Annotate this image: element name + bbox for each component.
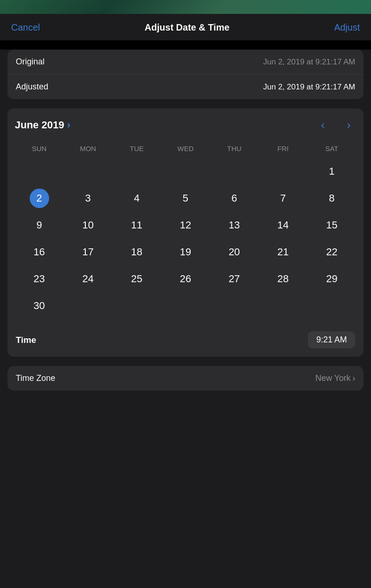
calendar-month-chevron-icon[interactable]: › [67, 119, 70, 131]
calendar-next-button[interactable]: › [341, 118, 356, 133]
cancel-button[interactable]: Cancel [11, 22, 40, 33]
calendar-day[interactable]: 29 [307, 266, 356, 292]
calendar-day [15, 158, 64, 185]
calendar-day[interactable]: 27 [210, 266, 259, 292]
adjust-button[interactable]: Adjust [334, 22, 360, 33]
calendar-day[interactable]: 23 [15, 266, 64, 292]
time-label: Time [16, 335, 36, 345]
time-value[interactable]: 9:21 AM [308, 331, 355, 348]
timezone-card: Time Zone New York › [7, 366, 364, 391]
calendar-day[interactable]: 12 [161, 212, 210, 239]
calendar-day [112, 292, 161, 319]
calendar-day [161, 292, 210, 319]
adjusted-value: Jun 2, 2019 at 9:21:17 AM [263, 82, 355, 92]
timezone-label: Time Zone [16, 373, 55, 383]
calendar-day [259, 158, 307, 185]
adjusted-date-row: Adjusted Jun 2, 2019 at 9:21:17 AM [7, 75, 364, 99]
calendar-nav: ‹ › [315, 118, 356, 133]
calendar-day[interactable]: 10 [64, 212, 112, 239]
calendar-day[interactable]: 11 [112, 212, 161, 239]
calendar-day [64, 292, 112, 319]
calendar-week-row: 16171819202122 [15, 239, 356, 266]
main-content: Original Jun 2, 2019 at 9:21:17 AM Adjus… [0, 50, 371, 588]
header: Cancel Adjust Date & Time Adjust [0, 14, 371, 40]
calendar-day[interactable]: 3 [64, 185, 112, 212]
calendar-weekdays-row: SUN MON TUE WED THU FRI SAT [15, 142, 356, 158]
calendar-week-row: 2345678 [15, 185, 356, 212]
adjusted-label: Adjusted [16, 82, 48, 92]
calendar-day [64, 158, 112, 185]
original-label: Original [16, 57, 45, 67]
calendar-day[interactable]: 19 [161, 239, 210, 266]
top-image-bar [0, 0, 371, 14]
calendar-week-row: 23242526272829 [15, 266, 356, 292]
calendar-day[interactable]: 5 [161, 185, 210, 212]
calendar-day[interactable]: 21 [259, 239, 307, 266]
timezone-value[interactable]: New York › [315, 373, 355, 383]
calendar-day [112, 158, 161, 185]
calendar-day[interactable]: 20 [210, 239, 259, 266]
calendar-day[interactable]: 24 [64, 266, 112, 292]
calendar-day[interactable]: 22 [307, 239, 356, 266]
calendar-day[interactable]: 1 [307, 158, 356, 185]
calendar-day [307, 292, 356, 319]
calendar-month-label: June 2019 [15, 119, 64, 131]
calendar-day[interactable]: 25 [112, 266, 161, 292]
time-row: Time 9:21 AM [15, 323, 356, 357]
calendar-day[interactable]: 17 [64, 239, 112, 266]
weekday-mon: MON [64, 142, 112, 158]
calendar-month-title: June 2019 › [15, 119, 70, 131]
calendar-day [259, 292, 307, 319]
calendar-day [210, 292, 259, 319]
timezone-city: New York [315, 373, 351, 383]
calendar-day[interactable]: 28 [259, 266, 307, 292]
weekday-sun: SUN [15, 142, 64, 158]
calendar-day[interactable]: 14 [259, 212, 307, 239]
calendar-week-row: 30 [15, 292, 356, 319]
calendar-day[interactable]: 13 [210, 212, 259, 239]
page-title: Adjust Date & Time [145, 22, 230, 33]
weekday-fri: FRI [259, 142, 307, 158]
weekday-tue: TUE [112, 142, 161, 158]
original-date-row: Original Jun 2, 2019 at 9:21:17 AM [7, 50, 364, 75]
weekday-wed: WED [161, 142, 210, 158]
weekday-sat: SAT [307, 142, 356, 158]
calendar-day[interactable]: 15 [307, 212, 356, 239]
timezone-chevron-icon: › [352, 373, 355, 383]
calendar-day[interactable]: 8 [307, 185, 356, 212]
original-value: Jun 2, 2019 at 9:21:17 AM [263, 57, 355, 67]
calendar-card: June 2019 › ‹ › SUN MON TUE WED THU FRI … [7, 108, 364, 357]
calendar-header: June 2019 › ‹ › [15, 118, 356, 133]
calendar-prev-button[interactable]: ‹ [315, 118, 330, 133]
calendar-day[interactable]: 4 [112, 185, 161, 212]
calendar-day[interactable]: 6 [210, 185, 259, 212]
calendar-day[interactable]: 18 [112, 239, 161, 266]
calendar-day [210, 158, 259, 185]
timezone-row[interactable]: Time Zone New York › [7, 366, 364, 391]
calendar-week-row: 1 [15, 158, 356, 185]
calendar-day[interactable]: 2 [15, 185, 64, 212]
calendar-day[interactable]: 9 [15, 212, 64, 239]
calendar-day [161, 158, 210, 185]
date-info-card: Original Jun 2, 2019 at 9:21:17 AM Adjus… [7, 50, 364, 99]
calendar-grid: SUN MON TUE WED THU FRI SAT 123456789101… [15, 142, 356, 319]
calendar-day[interactable]: 30 [15, 292, 64, 319]
weekday-thu: THU [210, 142, 259, 158]
calendar-week-row: 9101112131415 [15, 212, 356, 239]
calendar-day[interactable]: 16 [15, 239, 64, 266]
calendar-day[interactable]: 26 [161, 266, 210, 292]
calendar-day[interactable]: 7 [259, 185, 307, 212]
